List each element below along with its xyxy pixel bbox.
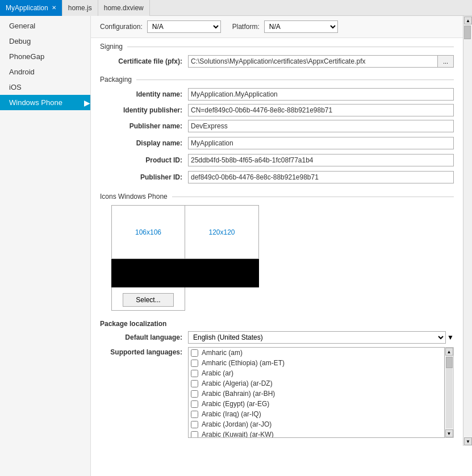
list-item[interactable]: Amharic (Ethiopia) (am-ET) <box>189 358 444 368</box>
identity-publisher-input[interactable] <box>188 104 454 116</box>
content-scroll-down[interactable]: ▼ <box>464 437 472 445</box>
identity-name-label: Identity name: <box>100 90 188 98</box>
select-button[interactable]: Select... <box>123 293 174 307</box>
display-name-row: Display name: <box>100 137 454 149</box>
lang-label-4: Arabic (Bahrain) (ar-BH) <box>202 390 275 398</box>
packaging-section: Packaging Identity name: Identity publis… <box>91 71 463 183</box>
default-language-row: Default language: English (United States… <box>100 331 454 344</box>
toolbar: Configuration: N/A Platform: N/A <box>91 16 472 38</box>
lang-checkbox-5[interactable] <box>191 400 198 408</box>
icon-120-label: 120x120 <box>208 228 235 236</box>
list-item[interactable]: Arabic (Jordan) (ar-JO) <box>189 419 444 429</box>
lang-checkbox-2[interactable] <box>191 370 198 377</box>
identity-name-input[interactable] <box>188 88 454 101</box>
list-item[interactable]: Arabic (Bahrain) (ar-BH) <box>189 389 444 399</box>
select-button-box: Select... <box>111 287 185 311</box>
browse-button[interactable]: ... <box>438 55 454 68</box>
sidebar-item-ios[interactable]: iOS <box>0 80 90 95</box>
icon-box-106: 106x106 <box>111 205 185 259</box>
languages-list-group: Amharic (am) Amharic (Ethiopia) (am-ET) … <box>188 347 454 438</box>
tab-homedxview-label: home.dxview <box>104 4 144 12</box>
content-scroll-track <box>463 25 472 437</box>
publisher-name-row: Publisher name: <box>100 120 454 132</box>
configuration-label: Configuration: <box>100 23 143 31</box>
supported-languages-row: Supported languages: Amharic (am) Amhari… <box>100 347 454 438</box>
scroll-down-arrow[interactable]: ▼ <box>445 429 453 437</box>
publisher-id-label: Publisher ID: <box>100 173 188 181</box>
tab-myapplication-label: MyApplication <box>6 4 48 12</box>
content-area: Configuration: N/A Platform: N/A Signing <box>91 16 472 476</box>
packaging-line <box>136 80 454 80</box>
identity-publisher-row: Identity publisher: <box>100 104 454 116</box>
packaging-title: Packaging <box>100 76 132 83</box>
tab-homejs-label: home.js <box>68 4 92 12</box>
content-scroll-up[interactable]: ▲ <box>464 16 472 24</box>
certificate-row: Certificate file (pfx): ... <box>100 55 454 68</box>
sidebar-item-windowsphone-label: Windows Phone <box>9 98 62 107</box>
sidebar-item-general-label: General <box>9 22 35 30</box>
sidebar-item-android[interactable]: Android <box>0 64 90 80</box>
select-button-row: Select... <box>111 287 454 311</box>
wave-svg <box>111 259 259 287</box>
languages-list[interactable]: Amharic (am) Amharic (Ethiopia) (am-ET) … <box>188 347 445 438</box>
publisher-name-input[interactable] <box>188 120 454 132</box>
tab-homejs[interactable]: home.js <box>62 0 98 16</box>
list-item[interactable]: Arabic (Egypt) (ar-EG) <box>189 399 444 409</box>
platform-select[interactable]: N/A <box>264 20 338 33</box>
tab-myapplication[interactable]: MyApplication ✕ <box>0 0 62 16</box>
pkg-title: Package localization <box>100 320 454 328</box>
content-scrollbar[interactable]: ▲ ▼ <box>463 16 472 446</box>
sidebar-item-phonegap-label: PhoneGap <box>9 52 44 61</box>
list-item[interactable]: Arabic (Kuwait) (ar-KW) <box>189 429 444 438</box>
title-bar: MyApplication ✕ home.js home.dxview <box>0 0 472 16</box>
lang-checkbox-7[interactable] <box>191 421 198 428</box>
lang-label-0: Amharic (am) <box>202 349 243 357</box>
pkg-localization-section: Package localization Default language: E… <box>91 315 463 446</box>
lang-checkbox-3[interactable] <box>191 380 198 387</box>
main-layout: General Debug PhoneGap Android iOS Windo… <box>0 16 472 476</box>
lang-label-3: Arabic (Algeria) (ar-DZ) <box>202 379 273 387</box>
lang-checkbox-8[interactable] <box>191 431 198 439</box>
tab-homedxview[interactable]: home.dxview <box>98 0 150 16</box>
lang-list-scrollbar[interactable]: ▲ ▼ <box>445 347 454 438</box>
tab-close-icon[interactable]: ✕ <box>52 5 56 11</box>
sidebar: General Debug PhoneGap Android iOS Windo… <box>0 16 91 476</box>
lang-label-5: Arabic (Egypt) (ar-EG) <box>202 400 269 408</box>
lang-label-7: Arabic (Jordan) (ar-JO) <box>202 420 271 428</box>
publisher-name-label: Publisher name: <box>100 122 188 130</box>
sidebar-item-windowsphone[interactable]: Windows Phone ▶ <box>0 95 90 110</box>
list-item[interactable]: Arabic (Iraq) (ar-IQ) <box>189 409 444 419</box>
icon-106-label: 106x106 <box>135 228 161 236</box>
list-item[interactable]: Amharic (am) <box>189 348 444 358</box>
display-name-input[interactable] <box>188 137 454 149</box>
black-wave-band <box>111 259 259 287</box>
supported-languages-label: Supported languages: <box>100 347 188 356</box>
lang-checkbox-6[interactable] <box>191 411 198 418</box>
scroll-up-arrow[interactable]: ▲ <box>445 348 453 356</box>
icons-title: Icons Windows Phone <box>100 193 168 201</box>
sidebar-item-general[interactable]: General <box>0 18 90 34</box>
configuration-select[interactable]: N/A <box>147 20 221 33</box>
sidebar-item-debug[interactable]: Debug <box>0 34 90 49</box>
icons-header: Icons Windows Phone <box>100 193 454 201</box>
lang-checkbox-0[interactable] <box>191 349 198 357</box>
product-id-input[interactable] <box>188 154 454 166</box>
list-item[interactable]: Arabic (ar) <box>189 368 444 378</box>
browse-icon: ... <box>443 58 448 65</box>
lang-label-2: Arabic (ar) <box>202 369 233 377</box>
identity-name-row: Identity name: <box>100 88 454 101</box>
list-item[interactable]: Arabic (Algeria) (ar-DZ) <box>189 378 444 389</box>
publisher-id-input[interactable] <box>188 171 454 183</box>
default-language-select[interactable]: English (United States) <box>188 331 446 344</box>
icons-line <box>172 197 454 197</box>
certificate-input-group: ... <box>188 55 454 68</box>
scroll-thumb <box>446 357 453 368</box>
publisher-id-row: Publisher ID: <box>100 171 454 183</box>
content-inner: Signing Certificate file (pfx): ... <box>91 38 472 446</box>
sidebar-item-phonegap[interactable]: PhoneGap <box>0 49 90 64</box>
select-button-label: Select... <box>136 296 160 304</box>
lang-checkbox-1[interactable] <box>191 360 198 367</box>
content-scroll-thumb <box>464 26 471 39</box>
lang-checkbox-4[interactable] <box>191 390 198 398</box>
certificate-input[interactable] <box>188 55 438 68</box>
